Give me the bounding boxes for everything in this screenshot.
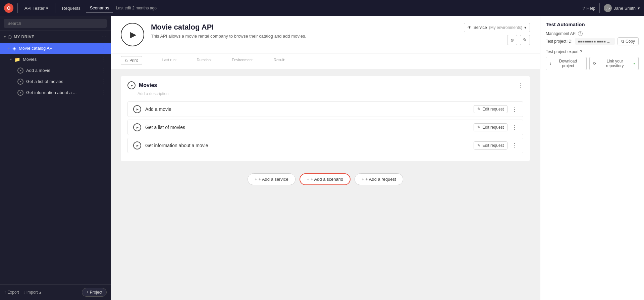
edit-icon: ✎ — [477, 125, 481, 130]
request-row-get-info: Get information about a movie ✎ Edit req… — [127, 138, 523, 153]
content-main: Movie catalog API This API allows a movi… — [111, 16, 540, 300]
request-play-add-movie[interactable] — [133, 105, 141, 113]
link-repo-status-dot: ● — [633, 62, 635, 65]
request-more-get-info[interactable]: ⋮ — [512, 142, 518, 149]
header-info: Movie catalog API This API allows a movi… — [151, 23, 457, 39]
test-project-id-value: ■■■■■■■■ ■■■■ ■■■■ ■■■■ — [575, 38, 615, 45]
request-more-list-movies[interactable]: ⋮ — [512, 124, 518, 131]
export-info-icon[interactable]: ? — [580, 49, 582, 54]
copy-icon: ⧉ — [621, 39, 624, 44]
sidebar-folder-movies[interactable]: ▾ 📁 Movies ⋮ — [0, 54, 111, 65]
sidebar-item-movie-catalog[interactable]: ▾ ◈ Movie catalog API ⋮ — [0, 43, 111, 54]
requests-tab[interactable]: Requests — [59, 4, 83, 12]
add-request-button[interactable]: + + Add a request — [355, 173, 403, 185]
search-input[interactable] — [4, 19, 107, 28]
scenarios-tab[interactable]: Scenarios — [86, 4, 113, 12]
get-info-more-icon[interactable]: ⋮ — [101, 89, 107, 96]
edit-icon: ✎ — [477, 107, 481, 112]
request-play-get-info[interactable] — [133, 141, 141, 149]
export-button[interactable]: ↑ Export — [4, 290, 19, 295]
service-selector[interactable]: 👁 Service (My environments) ▾ — [464, 23, 530, 32]
collection-icon: ◈ — [12, 46, 16, 51]
content-with-panel: Movie catalog API This API allows a movi… — [111, 16, 644, 300]
drive-more-icon[interactable]: ⋯ — [101, 34, 107, 40]
sidebar-item-list-movies[interactable]: Get a list of movies ⋮ — [0, 76, 111, 87]
test-project-id-row: Test project ID: ■■■■■■■■ ■■■■ ■■■■ ■■■■… — [546, 37, 639, 45]
result-info: Result: — [274, 58, 285, 63]
sidebar-item-add-movie[interactable]: Add a movie ⋮ — [0, 65, 111, 76]
sidebar-search-container — [0, 16, 111, 31]
sidebar-item-get-info[interactable]: Get information about a ... ⋮ — [0, 87, 111, 98]
edit-button[interactable]: ✎ — [520, 35, 530, 45]
collection-chevron: ▾ — [8, 46, 10, 50]
nav-divider-1 — [17, 3, 18, 13]
add-service-button[interactable]: + + Add a service — [248, 173, 295, 185]
link-icon: ⟳ — [593, 61, 596, 66]
folder-icon: 📁 — [14, 57, 20, 62]
header-icon-buttons: ⎋ ✎ — [507, 35, 530, 45]
right-panel-title: Test Automation — [546, 22, 639, 27]
content-header: Movie catalog API This API allows a movi… — [111, 16, 540, 53]
copy-button[interactable]: ⧉ Copy — [618, 37, 639, 45]
duration-info: Duration: — [197, 58, 212, 63]
run-info-bar: ⎙ Print Last run: Duration: Environment:… — [111, 53, 540, 69]
scenario-card-movies: Movies ⋮ Add a description Add a movie ✎… — [121, 76, 530, 161]
edit-request-add-movie[interactable]: ✎ Edit request — [474, 105, 507, 113]
sidebar: ▾ ⬡ MY DRIVE ⋯ ▾ ◈ Movie catalog API ⋮ ▾… — [0, 16, 111, 300]
play-icon-get-info — [17, 90, 23, 96]
import-button[interactable]: ↓ Import ▴ — [23, 290, 41, 295]
folder-more-icon[interactable]: ⋮ — [101, 56, 107, 62]
collection-title: Movie catalog API — [151, 23, 457, 32]
right-panel: Test Automation Management API ? Test pr… — [540, 16, 644, 300]
header-actions: 👁 Service (My environments) ▾ ⎋ ✎ — [464, 23, 530, 45]
export-buttons: ↓ Download project ⟳ Link your repositor… — [546, 57, 639, 70]
main-layout: ▾ ⬡ MY DRIVE ⋯ ▾ ◈ Movie catalog API ⋮ ▾… — [0, 16, 644, 300]
add-scenario-button[interactable]: + + Add a scenario — [300, 173, 351, 185]
management-api-label: Management API ? — [546, 31, 639, 36]
my-drive-chevron: ▾ — [4, 35, 6, 39]
request-play-list-movies[interactable] — [133, 123, 141, 131]
collection-description: This API allows a movie rental company t… — [151, 34, 457, 39]
api-tester-menu[interactable]: API Tester ▾ — [22, 4, 51, 12]
scenario-more-icon[interactable]: ⋮ — [517, 82, 523, 89]
print-icon: ⎙ — [125, 58, 127, 63]
scenarios-area: Movies ⋮ Add a description Add a movie ✎… — [111, 69, 540, 199]
drive-icon: ⬡ — [8, 34, 12, 40]
scenario-header: Movies ⋮ — [127, 81, 523, 89]
list-movies-more-icon[interactable]: ⋮ — [101, 78, 107, 85]
edit-request-get-info[interactable]: ✎ Edit request — [474, 141, 507, 149]
user-avatar: JS — [604, 4, 612, 12]
user-menu[interactable]: JS Jane Smith ▾ — [604, 4, 640, 12]
run-all-button[interactable] — [121, 23, 144, 46]
collection-more-icon[interactable]: ⋮ — [101, 45, 107, 51]
plus-icon: + — [255, 177, 257, 182]
help-button[interactable]: ? Help — [583, 6, 595, 11]
scenario-play-button[interactable] — [127, 81, 136, 89]
folder-chevron: ▾ — [10, 57, 12, 61]
last-run-info: Last run: — [162, 58, 177, 63]
my-drive-section[interactable]: ▾ ⬡ MY DRIVE ⋯ — [0, 31, 111, 43]
play-icon-add-movie — [17, 68, 23, 74]
nav-divider-2 — [55, 3, 55, 13]
link-repository-button[interactable]: ⟳ Link your repository ● — [589, 57, 639, 70]
environment-info: Environment: — [232, 58, 254, 63]
play-icon-list-movies — [17, 79, 23, 85]
sidebar-content: ▾ ⬡ MY DRIVE ⋯ ▾ ◈ Movie catalog API ⋮ ▾… — [0, 31, 111, 284]
top-nav: O API Tester ▾ Requests Scenarios Last e… — [0, 0, 644, 16]
add-movie-more-icon[interactable]: ⋮ — [101, 67, 107, 74]
request-more-add-movie[interactable]: ⋮ — [512, 105, 518, 113]
download-icon: ↓ — [549, 61, 551, 66]
sidebar-footer: ↑ Export ↓ Import ▴ + Project — [0, 284, 111, 300]
edit-request-list-movies[interactable]: ✎ Edit request — [474, 123, 507, 131]
print-button[interactable]: ⎙ Print — [121, 56, 142, 65]
test-project-export-label: Test project export ? — [546, 49, 639, 54]
management-api-info-icon[interactable]: ? — [578, 31, 583, 36]
request-row-list-movies: Get a list of movies ✎ Edit request ⋮ — [127, 120, 523, 135]
project-button[interactable]: + Project — [82, 288, 107, 297]
download-project-button[interactable]: ↓ Download project — [546, 57, 587, 70]
share-button[interactable]: ⎋ — [507, 35, 517, 45]
last-edit-label: Last edit 2 months ago — [116, 6, 156, 10]
bottom-actions: + + Add a service + + Add a scenario + +… — [121, 167, 530, 192]
app-logo: O — [4, 3, 13, 13]
request-row-add-movie: Add a movie ✎ Edit request ⋮ — [127, 101, 523, 117]
